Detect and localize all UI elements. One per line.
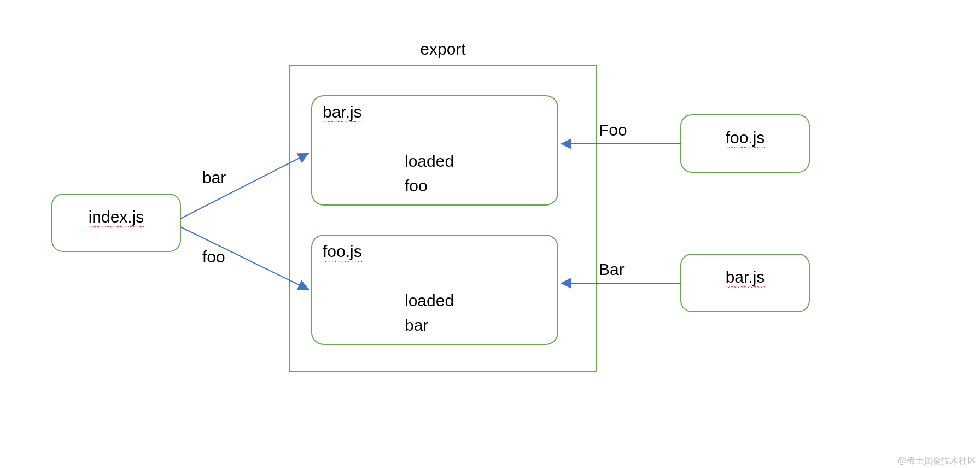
index-node-label: index.js xyxy=(89,208,144,228)
watermark: @稀土掘金技术社区 xyxy=(897,456,976,465)
module-bar-body-line2: foo xyxy=(405,177,428,195)
module-bar: bar.js loaded foo xyxy=(312,96,558,205)
module-foo-body-line2: bar xyxy=(405,316,428,334)
module-foo-name: foo.js xyxy=(323,242,362,262)
edge-foo-right-label: Foo xyxy=(599,121,627,139)
module-diagram: index.js export bar.js loaded foo foo.js xyxy=(0,0,980,468)
edge-bar-right-label: Bar xyxy=(599,260,625,278)
edge-index-foo-label: foo xyxy=(202,248,225,266)
module-foo-body-line1: loaded xyxy=(405,291,454,309)
module-bar-body-line1: loaded xyxy=(405,152,454,170)
right-foo-label: foo.js xyxy=(726,128,765,149)
right-foo-node: foo.js xyxy=(681,115,809,172)
export-container: export bar.js loaded foo foo.js loaded b… xyxy=(290,40,596,372)
export-title: export xyxy=(420,40,466,58)
right-bar-node: bar.js xyxy=(681,254,809,312)
index-node: index.js xyxy=(52,194,180,251)
module-bar-name: bar.js xyxy=(323,103,362,123)
edge-index-bar-label: bar xyxy=(202,168,226,186)
module-foo: foo.js loaded bar xyxy=(312,235,558,344)
right-bar-label: bar.js xyxy=(726,268,765,288)
